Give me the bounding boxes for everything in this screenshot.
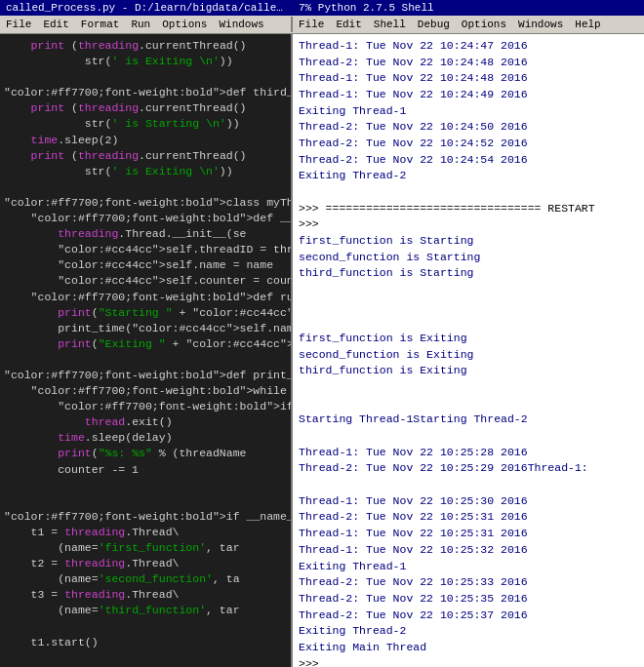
menu-windows-left[interactable]: Windows [213, 17, 269, 32]
menu-options-left[interactable]: Options [156, 17, 213, 32]
menu-file-right[interactable]: File [293, 17, 330, 32]
left-menubar: File Edit Format Run Options Windows [0, 17, 293, 32]
menu-file-left[interactable]: File [0, 17, 37, 32]
right-title-bar: 7% Python 2.7.5 Shell [293, 0, 644, 16]
menu-edit-left[interactable]: Edit [37, 17, 74, 32]
menu-shell-right[interactable]: Shell [368, 17, 412, 32]
menu-debug-right[interactable]: Debug [412, 17, 456, 32]
menu-run-left[interactable]: Run [125, 17, 156, 32]
left-title-bar: called_Process.py - D:/learn/bigdata/cal… [0, 0, 293, 16]
menu-bars: File Edit Format Run Options Windows Fil… [0, 16, 644, 34]
menu-help-right[interactable]: Help [569, 17, 606, 32]
code-editor[interactable]: print (threading.currentThread() str(' i… [0, 34, 293, 667]
menu-edit-right[interactable]: Edit [330, 17, 367, 32]
menu-options-right[interactable]: Options [456, 17, 512, 32]
main-content: print (threading.currentThread() str(' i… [0, 34, 644, 667]
menu-format-left[interactable]: Format [75, 17, 126, 32]
menu-windows-right[interactable]: Windows [512, 17, 569, 32]
python-shell[interactable]: Thread-1: Tue Nov 22 10:24:47 2016 Threa… [293, 34, 644, 667]
right-menubar: File Edit Shell Debug Options Windows He… [293, 17, 644, 32]
title-bars: called_Process.py - D:/learn/bigdata/cal… [0, 0, 644, 16]
